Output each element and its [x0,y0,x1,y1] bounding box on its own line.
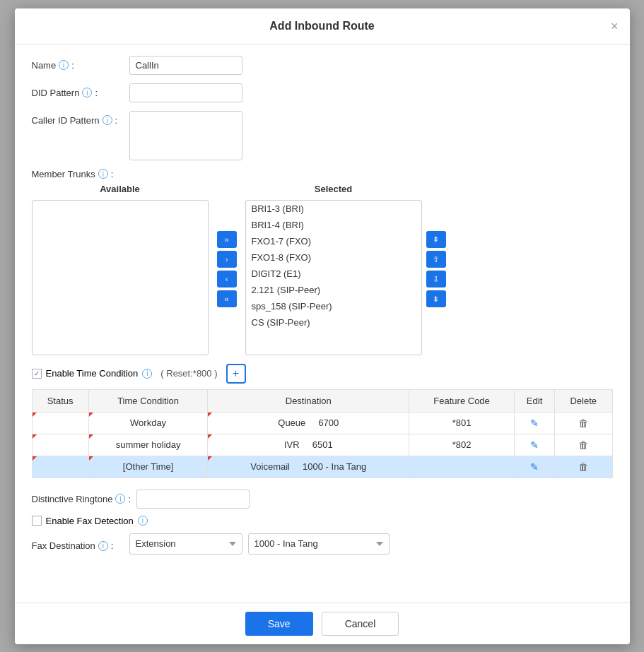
caller-id-info-icon[interactable]: i [103,115,112,125]
move-bottom-button[interactable]: ⇟ [426,290,446,307]
save-button[interactable]: Save [245,612,313,636]
col-feature-code: Feature Code [409,389,515,412]
fax-info-icon[interactable]: i [138,516,148,526]
modal-title: Add Inbound Route [269,20,374,32]
available-col: Available [32,184,209,355]
all-right-button[interactable]: » [217,231,237,248]
move-down-button[interactable]: ⇩ [426,271,446,288]
fax-name-select[interactable]: 1000 - Ina Tang [248,533,390,555]
trunks-body: Available » › ‹ « Selected [32,184,613,355]
time-condition-header: ✓ Enable Time Condition i ( Reset:*800 )… [32,364,613,384]
did-label: DID Pattern i: [32,83,124,98]
ringtone-row: Distinctive Ringtone i: [32,490,613,509]
time-condition-cell: Workday [88,412,208,434]
did-input[interactable] [129,83,242,102]
trunk-item[interactable]: FXO1-7 (FXO) [246,233,421,249]
selected-label: Selected [315,184,352,194]
trunk-item[interactable]: 2.121 (SIP-Peer) [246,282,421,298]
delete-button[interactable]: 🗑 [578,417,588,429]
did-row: DID Pattern i: [32,83,613,102]
destination-cell: Voicemail 1000 - Ina Tang [208,456,409,478]
feature-code-cell: *802 [409,434,515,456]
col-destination: Destination [208,389,409,412]
time-condition-cell: summer holiday [88,434,208,456]
arrow-buttons: » › ‹ « [209,231,245,307]
ringtone-input[interactable] [136,490,250,509]
status-cell [32,434,88,456]
fax-destination-label: Fax Destination i: [32,536,124,551]
time-condition-info-icon[interactable]: i [142,369,152,379]
status-cell [32,456,88,478]
close-button[interactable]: × [611,20,619,32]
modal-dialog: Add Inbound Route × Name i: DID Pattern … [15,8,630,644]
fax-detection-row: Enable Fax Detection i [32,516,613,526]
all-left-button[interactable]: « [217,290,237,307]
bottom-section: Distinctive Ringtone i: Enable Fax Detec… [32,487,613,555]
enable-time-condition-checkbox[interactable]: ✓ [32,369,42,379]
delete-cell: 🗑 [555,456,612,478]
enable-fax-checkbox[interactable] [32,516,42,526]
modal-footer: Save Cancel [15,603,630,644]
modal-header: Add Inbound Route × [15,8,630,45]
sort-buttons: ⇞ ⇧ ⇩ ⇟ [422,231,446,307]
member-trunks-section: Member Trunks i: Available » › ‹ [32,169,613,355]
edit-button[interactable]: ✎ [530,461,539,473]
trunk-item[interactable]: DIGIT2 (E1) [246,266,421,282]
destination-cell: IVR 6501 [208,434,409,456]
trunk-item[interactable]: BRI1-3 (BRI) [246,201,421,217]
table-row[interactable]: WorkdayQueue 6700*801✎🗑 [32,412,612,434]
selected-list[interactable]: BRI1-3 (BRI)BRI1-4 (BRI)FXO1-7 (FXO)FXO1… [245,200,422,355]
add-time-condition-button[interactable]: + [226,364,246,384]
delete-cell: 🗑 [555,434,612,456]
modal-body: Name i: DID Pattern i: Caller ID Pattern… [15,45,630,603]
time-condition-table: Status Time Condition Destination Featur… [32,389,613,478]
name-row: Name i: [32,56,613,75]
enable-fax-label[interactable]: Enable Fax Detection i [32,516,148,526]
delete-button[interactable]: 🗑 [578,439,588,451]
delete-cell: 🗑 [555,412,612,434]
edit-button[interactable]: ✎ [530,439,539,451]
left-button[interactable]: ‹ [217,271,237,288]
trunk-item[interactable]: BRI1-4 (BRI) [246,217,421,233]
col-status: Status [32,389,88,412]
edit-button[interactable]: ✎ [530,417,539,429]
modal-overlay: Add Inbound Route × Name i: DID Pattern … [0,0,644,652]
feature-code-cell [409,456,515,478]
name-label: Name i: [32,56,124,71]
did-info-icon[interactable]: i [82,88,92,97]
cancel-button[interactable]: Cancel [322,612,399,636]
trunk-item[interactable]: FXO1-8 (FXO) [246,249,421,266]
edit-cell: ✎ [515,434,555,456]
table-row[interactable]: [Other Time]Voicemail 1000 - Ina Tang✎🗑 [32,456,612,478]
caller-id-row: Caller ID Pattern i: [32,111,613,160]
fax-type-select[interactable]: Extension [129,533,242,555]
name-input[interactable] [129,56,242,75]
feature-code-cell: *801 [409,412,515,434]
caller-id-input[interactable] [129,111,242,160]
reset-text: ( Reset:*800 ) [160,368,217,379]
ringtone-label: Distinctive Ringtone i: [32,490,131,504]
col-delete: Delete [555,389,612,412]
selected-col: Selected BRI1-3 (BRI)BRI1-4 (BRI)FXO1-7 … [245,184,422,355]
right-button[interactable]: › [217,251,237,268]
available-list[interactable] [32,200,209,355]
edit-cell: ✎ [515,412,555,434]
fax-destination-row: Fax Destination i: Extension 1000 - Ina … [32,533,613,555]
fax-dest-info-icon[interactable]: i [98,541,108,551]
name-info-icon[interactable]: i [59,60,69,70]
table-row[interactable]: summer holidayIVR 6501*802✎🗑 [32,434,612,456]
edit-cell: ✎ [515,456,555,478]
trunk-item[interactable]: sps_158 (SIP-Peer) [246,298,421,314]
member-trunks-label: Member Trunks i: [32,169,613,179]
trunks-info-icon[interactable]: i [98,169,108,179]
time-condition-section: ✓ Enable Time Condition i ( Reset:*800 )… [32,364,613,478]
trunk-item[interactable]: CS (SIP-Peer) [246,314,421,331]
ringtone-info-icon[interactable]: i [115,494,125,504]
move-up-button[interactable]: ⇧ [426,251,446,268]
table-header-row: Status Time Condition Destination Featur… [32,389,612,412]
delete-button[interactable]: 🗑 [578,461,588,473]
move-top-button[interactable]: ⇞ [426,231,446,248]
enable-time-condition-label[interactable]: ✓ Enable Time Condition i [32,368,153,379]
col-time-condition: Time Condition [88,389,208,412]
status-cell [32,412,88,434]
